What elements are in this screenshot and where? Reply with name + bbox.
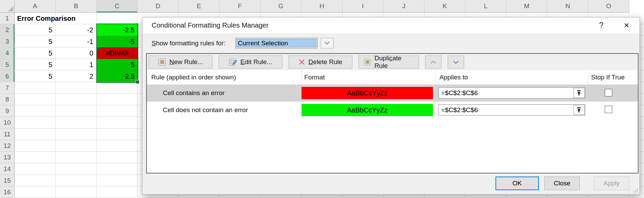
resize-grip[interactable] — [634, 188, 638, 193]
cell-a4[interactable]: 5 — [15, 47, 55, 59]
collapse-dialog-button[interactable] — [573, 105, 585, 115]
row-header-8[interactable]: 8 — [0, 94, 15, 105]
col-header-o[interactable]: O — [588, 0, 629, 13]
rules-list-header: Rule (applied in order shown) Format App… — [147, 70, 638, 85]
new-rule-button[interactable]: New Rule... — [149, 56, 212, 68]
select-all-corner[interactable] — [0, 0, 15, 13]
row-header-3[interactable]: 3 — [0, 36, 15, 47]
col-header-b[interactable]: B — [56, 0, 97, 13]
col-header-m[interactable]: M — [506, 0, 547, 13]
chevron-down-icon — [324, 41, 330, 45]
row-header-11[interactable]: 11 — [0, 128, 15, 140]
applies-to-field[interactable]: =$C$2:$C$6 — [438, 87, 585, 98]
table-icon — [364, 58, 371, 66]
header-format-column: Format — [302, 70, 436, 85]
rule-format-preview: AaBbCcYyZz — [302, 104, 433, 116]
red-x-icon — [298, 59, 305, 65]
scope-dropdown[interactable]: Current Selection — [235, 38, 318, 48]
cell-b5[interactable]: 1 — [56, 59, 96, 71]
cf-rules-manager-dialog: Conditional Formatting Rules Manager ? ✕… — [142, 17, 640, 195]
cell-a6[interactable]: 5 — [15, 71, 55, 82]
row-header-13[interactable]: 13 — [0, 152, 15, 163]
excel-window: A B C D E F G H I J K L M N O 1 2 3 4 5 … — [0, 0, 644, 198]
move-rule-down-button[interactable] — [448, 56, 464, 68]
arrow-up-to-bar-icon — [576, 107, 582, 113]
ok-button[interactable]: OK — [495, 177, 539, 190]
dialog-title: Conditional Formatting Rules Manager — [152, 21, 268, 29]
scope-dropdown-value: Current Selection — [236, 39, 317, 47]
table-icon — [158, 58, 166, 66]
cell-a5[interactable]: 5 — [15, 59, 55, 71]
col-header-h[interactable]: H — [302, 0, 342, 13]
stop-if-true-checkbox[interactable] — [605, 106, 612, 113]
cell-a3[interactable]: 5 — [15, 36, 55, 47]
row-header-2[interactable]: 2 — [0, 24, 15, 36]
rule-row-no-error[interactable]: Cell does not contain an error AaBbCcYyZ… — [147, 102, 638, 119]
header-applies-to-column: Applies to — [436, 70, 588, 85]
rule-name: Cell contains an error — [163, 85, 225, 102]
row-header-15[interactable]: 15 — [0, 175, 15, 186]
show-rules-for-label: Show formatting rules for: — [152, 40, 226, 47]
row-header-4[interactable]: 4 — [0, 47, 15, 59]
cell-b4[interactable]: 0 — [56, 47, 96, 59]
select-all-triangle-icon — [8, 6, 13, 11]
header-rule-column: Rule (applied in order shown) — [147, 70, 302, 85]
chevron-up-icon — [430, 60, 436, 64]
col-header-g[interactable]: G — [261, 0, 302, 13]
applies-to-value: =$C$2:$C$6 — [439, 105, 573, 115]
row-header-14[interactable]: 14 — [0, 163, 15, 175]
scope-dropdown-arrow-button[interactable] — [321, 38, 334, 48]
col-header-d[interactable]: D — [138, 0, 179, 13]
move-rule-up-button[interactable] — [425, 56, 442, 68]
row-header-5[interactable]: 5 — [0, 59, 15, 71]
cell-b6[interactable]: 2 — [56, 71, 96, 82]
applies-to-value: =$C$2:$C$6 — [439, 88, 573, 98]
cell-b3[interactable]: -1 — [56, 36, 96, 47]
col-header-e[interactable]: E — [179, 0, 220, 13]
delete-rule-button[interactable]: Delete Rule — [289, 56, 352, 68]
arrow-up-to-bar-icon — [576, 90, 582, 96]
rule-row-error[interactable]: Cell contains an error AaBbCcYyZz =$C$2:… — [147, 85, 638, 102]
row-header-7[interactable]: 7 — [0, 82, 15, 94]
applies-to-field[interactable]: =$C$2:$C$6 — [438, 104, 585, 116]
row-header-10[interactable]: 10 — [0, 117, 15, 128]
rule-name: Cell does not contain an error — [163, 102, 248, 119]
row-header-12[interactable]: 12 — [0, 140, 15, 152]
collapse-dialog-button[interactable] — [573, 88, 585, 98]
stop-if-true-checkbox[interactable] — [605, 89, 612, 96]
selection-border — [96, 24, 138, 83]
close-button[interactable]: Close — [544, 177, 580, 190]
row-header-16[interactable]: 16 — [0, 186, 15, 198]
rules-toolbar: New Rule... Edit Rule... Delete Rule Dup… — [147, 54, 638, 70]
rule-format-preview: AaBbCcYyZz — [302, 87, 433, 99]
apply-button[interactable]: Apply — [594, 177, 629, 190]
row-header-1[interactable]: 1 — [0, 13, 15, 24]
col-header-i[interactable]: I — [342, 0, 383, 13]
col-header-a[interactable]: A — [15, 0, 56, 13]
col-header-k[interactable]: K — [424, 0, 465, 13]
row-header-9[interactable]: 9 — [0, 105, 15, 117]
col-header-n[interactable]: N — [547, 0, 588, 13]
help-button[interactable]: ? — [591, 17, 612, 33]
table-edit-icon — [229, 58, 237, 66]
dialog-title-bar[interactable]: Conditional Formatting Rules Manager — [142, 17, 640, 33]
row-header-6[interactable]: 6 — [0, 71, 15, 82]
cell-b2[interactable]: -2 — [56, 24, 96, 36]
rules-list-box: New Rule... Edit Rule... Delete Rule Dup… — [146, 53, 639, 173]
col-header-c[interactable]: C — [97, 0, 138, 13]
cell-a1[interactable]: Error Comparison — [17, 13, 75, 24]
chevron-down-icon — [453, 60, 459, 64]
header-stop-if-true-column: Stop If True — [588, 70, 638, 85]
col-header-j[interactable]: J — [383, 0, 424, 13]
edit-rule-button[interactable]: Edit Rule... — [219, 56, 282, 68]
duplicate-rule-button[interactable]: Duplicate Rule — [359, 56, 419, 68]
cell-a2[interactable]: 5 — [15, 24, 55, 36]
col-header-f[interactable]: F — [220, 0, 261, 13]
col-header-l[interactable]: L — [465, 0, 506, 13]
close-dialog-button[interactable]: ✕ — [616, 17, 637, 33]
fill-handle[interactable] — [136, 80, 139, 84]
